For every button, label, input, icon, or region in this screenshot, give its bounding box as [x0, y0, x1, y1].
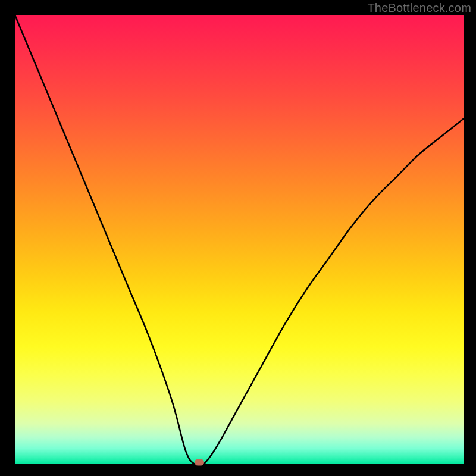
- minimum-marker: [195, 459, 204, 466]
- curve-svg: [15, 15, 464, 464]
- plot-area: [15, 15, 464, 464]
- watermark-text: TheBottleneck.com: [367, 1, 471, 15]
- bottleneck-curve: [15, 15, 464, 464]
- chart-frame: TheBottleneck.com: [0, 0, 476, 476]
